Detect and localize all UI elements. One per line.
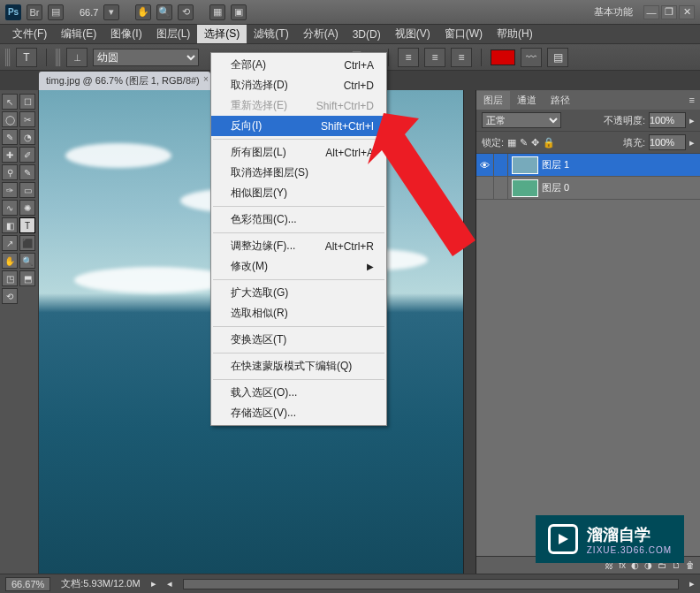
rotate-view-icon[interactable]: ⟲ xyxy=(178,4,194,20)
menu-item[interactable]: 选取相似(R) xyxy=(211,303,386,323)
current-tool-preset[interactable]: T xyxy=(16,48,37,67)
arrange-docs-icon[interactable]: ▦ xyxy=(209,4,225,20)
menu-item[interactable]: 存储选区(V)... xyxy=(211,403,386,423)
visibility-icon[interactable]: 👁 xyxy=(476,154,494,176)
font-family-select[interactable]: 幼圆 xyxy=(93,49,199,66)
layer-link-cell[interactable] xyxy=(494,177,508,199)
menu-item[interactable]: 取消选择图层(S) xyxy=(211,163,386,183)
screen-mode-icon[interactable]: ▣ xyxy=(231,4,247,20)
tool-blur[interactable]: ∿ xyxy=(2,200,18,216)
tool-healing[interactable]: ✚ xyxy=(2,147,18,163)
tool-brush[interactable]: ✐ xyxy=(19,147,35,163)
visibility-icon[interactable] xyxy=(476,177,494,199)
workspace-switcher[interactable]: 基本功能 xyxy=(594,5,633,19)
menu-item[interactable]: 扩大选取(G) xyxy=(211,283,386,303)
zoom-tool-icon[interactable]: 🔍 xyxy=(156,4,172,20)
align-center-icon[interactable]: ≡ xyxy=(424,48,445,67)
tool-pen[interactable]: ◧ xyxy=(2,217,18,233)
lock-transparent-icon[interactable]: ▦ xyxy=(507,137,516,148)
menu-file[interactable]: 文件(F) xyxy=(5,25,54,43)
zoom-level-text[interactable]: 66.7 xyxy=(80,7,98,18)
document-tab-close-icon[interactable]: × xyxy=(203,74,209,84)
text-color-swatch[interactable] xyxy=(491,49,515,65)
status-chevron-icon[interactable]: ▸ xyxy=(151,578,156,589)
menu-analyze[interactable]: 分析(A) xyxy=(296,25,346,43)
options-grip[interactable] xyxy=(5,49,11,66)
align-left-icon[interactable]: ≡ xyxy=(398,48,419,67)
lock-all-icon[interactable]: 🔒 xyxy=(543,137,555,148)
tool-hand[interactable]: ✋ xyxy=(2,253,18,269)
tool-history-brush[interactable]: ✎ xyxy=(19,164,35,180)
delete-layer-icon[interactable]: 🗑 xyxy=(686,560,695,570)
layer-row[interactable]: 图层 0 xyxy=(476,177,700,200)
tool-dodge[interactable]: ✺ xyxy=(19,200,35,216)
menu-item[interactable]: 色彩范围(C)... xyxy=(211,209,386,230)
char-panel-icon[interactable]: ▤ xyxy=(547,48,568,67)
menu-item[interactable]: 调整边缘(F)...Alt+Ctrl+R xyxy=(211,236,386,256)
tool-shape[interactable]: ⬛ xyxy=(19,235,35,251)
tool-crop[interactable]: ✎ xyxy=(2,129,18,145)
menu-view[interactable]: 视图(V) xyxy=(388,25,438,43)
menu-item[interactable]: 相似图层(Y) xyxy=(211,183,386,203)
maximize-button[interactable]: ❐ xyxy=(661,5,677,19)
tab-layers[interactable]: 图层 xyxy=(476,91,510,110)
tool-gradient[interactable]: ▭ xyxy=(19,182,35,198)
layer-link-cell[interactable] xyxy=(494,154,508,176)
tool-type[interactable]: T xyxy=(19,217,35,233)
tool-3d-camera[interactable]: ⬒ xyxy=(19,270,35,286)
menu-item[interactable]: 反向(I)Shift+Ctrl+I xyxy=(211,116,386,136)
menu-layer[interactable]: 图层(L) xyxy=(149,25,198,43)
text-orientation-icon[interactable]: ⟂ xyxy=(66,48,88,67)
lock-pixels-icon[interactable]: ✎ xyxy=(520,137,528,148)
zoom-dropdown-icon[interactable]: ▾ xyxy=(103,4,119,20)
menu-edit[interactable]: 编辑(E) xyxy=(54,25,103,43)
minibridge-icon[interactable]: ▤ xyxy=(48,4,64,20)
lock-position-icon[interactable]: ✥ xyxy=(531,137,539,148)
minimize-button[interactable]: — xyxy=(643,5,659,19)
menu-filter[interactable]: 滤镜(T) xyxy=(247,25,295,43)
opacity-input[interactable] xyxy=(649,112,686,128)
status-zoom[interactable]: 66.67% xyxy=(5,577,50,591)
align-right-icon[interactable]: ≡ xyxy=(451,48,472,67)
chevron-icon[interactable]: ▸ xyxy=(689,115,695,126)
hand-tool-icon[interactable]: ✋ xyxy=(135,4,151,20)
tool-3d-rotate[interactable]: ◳ xyxy=(2,270,18,286)
tool-fgbg-swap[interactable]: ⟲ xyxy=(2,288,18,304)
panel-menu-icon[interactable]: ≡ xyxy=(684,95,700,105)
tab-channels[interactable]: 通道 xyxy=(510,91,544,110)
menu-select[interactable]: 选择(S) xyxy=(197,25,247,43)
menu-item[interactable]: 变换选区(T) xyxy=(211,330,386,350)
tool-quickselect[interactable]: ✂ xyxy=(19,111,35,127)
layer-name[interactable]: 图层 0 xyxy=(542,181,569,194)
tab-paths[interactable]: 路径 xyxy=(544,91,577,110)
tool-move[interactable]: ↖ xyxy=(2,94,18,110)
menu-item[interactable]: 全部(A)Ctrl+A xyxy=(211,55,386,75)
blend-mode-select[interactable]: 正常 xyxy=(482,112,561,128)
layer-name[interactable]: 图层 1 xyxy=(542,158,569,171)
menu-item[interactable]: 取消选择(D)Ctrl+D xyxy=(211,75,386,95)
scrollbar-right-icon[interactable]: ▸ xyxy=(689,578,695,589)
layer-row[interactable]: 👁 图层 1 xyxy=(476,154,700,177)
close-button[interactable]: ✕ xyxy=(679,5,695,19)
document-tab[interactable]: timg.jpg @ 66.7% (图层 1, RGB/8#) × xyxy=(39,72,210,90)
chevron-icon-2[interactable]: ▸ xyxy=(689,137,695,148)
menu-item[interactable]: 修改(M)▶ xyxy=(211,256,386,277)
menu-item[interactable]: 载入选区(O)... xyxy=(211,383,386,403)
tool-zoom[interactable]: 🔍 xyxy=(19,253,35,269)
fill-input[interactable] xyxy=(649,134,686,150)
scrollbar-left-icon[interactable]: ◂ xyxy=(167,578,172,589)
panel-dock-strip[interactable] xyxy=(463,90,476,574)
h-scrollbar[interactable] xyxy=(183,579,679,589)
bridge-icon[interactable]: Br xyxy=(27,4,42,20)
layer-thumbnail[interactable] xyxy=(512,156,538,174)
status-docinfo[interactable]: 文档:5.93M/12.0M xyxy=(61,577,140,590)
tool-marquee[interactable]: ☐ xyxy=(19,94,35,110)
menu-3d[interactable]: 3D(D) xyxy=(346,27,388,42)
menu-window[interactable]: 窗口(W) xyxy=(438,25,490,43)
tool-path-select[interactable]: ↗ xyxy=(2,235,18,251)
tool-lasso[interactable]: ◯ xyxy=(2,111,18,127)
tool-eraser[interactable]: ✑ xyxy=(2,182,18,198)
menu-image[interactable]: 图像(I) xyxy=(103,25,148,43)
tool-stamp[interactable]: ⚲ xyxy=(2,164,18,180)
warp-text-icon[interactable]: 〰 xyxy=(521,48,542,67)
